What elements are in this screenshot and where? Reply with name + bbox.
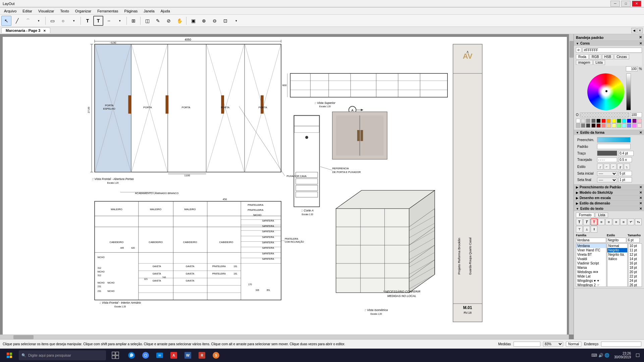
swatch-r5[interactable] bbox=[591, 123, 596, 128]
taskbar-chrome[interactable] bbox=[139, 349, 152, 362]
swatch-r4[interactable] bbox=[586, 123, 590, 128]
opacity-value[interactable] bbox=[630, 112, 642, 117]
h-scrollbar[interactable] bbox=[0, 335, 569, 339]
align-middle[interactable]: ⊥ bbox=[583, 226, 590, 233]
menu-ajuda[interactable]: Ajuda bbox=[158, 8, 173, 14]
swatch-r14[interactable] bbox=[637, 123, 642, 128]
tab-lista[interactable]: Lista bbox=[593, 60, 605, 65]
estilo-dimensao-header[interactable]: ▶ Estilo da dimensão ✕ bbox=[574, 201, 644, 206]
font-webdings[interactable]: Webdings ✉✈ bbox=[576, 270, 606, 274]
tracejado-pattern[interactable]: - - - - bbox=[597, 158, 617, 162]
align-justify[interactable]: ≡ bbox=[620, 219, 627, 225]
swatch-r8[interactable] bbox=[606, 123, 611, 128]
swatch-yellow[interactable] bbox=[612, 119, 616, 123]
zoom-select[interactable]: 83% 100% 50% bbox=[543, 342, 563, 347]
size-24[interactable]: 24 pt bbox=[629, 279, 642, 283]
swatch-white[interactable] bbox=[576, 119, 580, 123]
size-18[interactable]: 18 pt bbox=[629, 265, 642, 270]
swatch-r3[interactable] bbox=[581, 123, 585, 128]
font-style-input[interactable] bbox=[607, 238, 626, 243]
font-size-list[interactable]: 10 pt 11 pt 12 pt 14 pt 16 pt 18 pt 20 p… bbox=[628, 243, 642, 287]
style-icon-5[interactable]: ┐ bbox=[624, 164, 630, 170]
font-widelat[interactable]: Wide Lat bbox=[576, 274, 606, 279]
desenho-escala-header[interactable]: ▶ Desenho em escala ✕ bbox=[574, 195, 644, 200]
zoom-out-tool[interactable]: ⊖ bbox=[210, 16, 220, 26]
size-11[interactable]: 11 pt bbox=[629, 248, 642, 252]
zoom-in-tool[interactable]: ⊕ bbox=[199, 16, 209, 26]
swatch-purple[interactable] bbox=[632, 119, 637, 123]
traco-color[interactable] bbox=[597, 150, 617, 156]
canvas-area[interactable]: 4050 ~0,90 27,00 bbox=[0, 34, 574, 339]
size-26[interactable]: 26 pt bbox=[629, 283, 642, 287]
menu-visualizar[interactable]: Visualizar bbox=[36, 8, 57, 14]
italic-button[interactable]: T bbox=[583, 219, 590, 225]
font-warsa[interactable]: Warsa bbox=[576, 265, 606, 270]
swatch-blue[interactable] bbox=[627, 119, 631, 123]
modelo-sketchup-close[interactable]: ✕ bbox=[639, 191, 642, 194]
style-icon-4[interactable]: ╔ bbox=[617, 164, 623, 170]
desenho-escala-close[interactable]: ✕ bbox=[639, 196, 642, 200]
cores-close[interactable]: ✕ bbox=[639, 42, 642, 45]
swatch-r6[interactable] bbox=[596, 123, 601, 128]
swatch-orange[interactable] bbox=[606, 119, 611, 123]
table-tool[interactable]: ⊞ bbox=[128, 16, 139, 26]
color-wheel[interactable] bbox=[587, 73, 624, 110]
estilo-texto-header[interactable]: ▼ Estilo do texto ✕ bbox=[574, 206, 644, 211]
taskbar-app2[interactable]: R bbox=[195, 349, 209, 362]
style-icon-1[interactable]: ┌ bbox=[597, 164, 603, 170]
swatch-gray[interactable] bbox=[586, 119, 590, 123]
menu-paginas[interactable]: Páginas bbox=[122, 8, 141, 14]
font-style-list[interactable]: Normal Negrito Negrito Itá. Itálico bbox=[607, 243, 628, 287]
color-button[interactable]: T bbox=[591, 219, 597, 225]
menu-ferramentas[interactable]: Ferramentas bbox=[95, 8, 121, 14]
opacity-percentage[interactable] bbox=[626, 66, 638, 71]
font-vineta[interactable]: Vineta BT bbox=[576, 252, 606, 257]
fit-tool[interactable]: ⊡ bbox=[220, 16, 230, 26]
eyedropper-tool[interactable]: ⊘ bbox=[164, 16, 174, 26]
size-14[interactable]: 14 pt bbox=[629, 257, 642, 261]
bold-button[interactable]: T bbox=[576, 219, 583, 225]
swatch-pink[interactable] bbox=[637, 119, 642, 123]
taskbar-edge[interactable] bbox=[125, 349, 138, 362]
seta-final-select[interactable]: ── → bbox=[597, 178, 617, 182]
format-tab[interactable]: Formato bbox=[576, 213, 594, 218]
v-scrollbar[interactable] bbox=[569, 34, 574, 335]
style-icon-2[interactable]: ⌐ bbox=[604, 164, 610, 170]
style-icon-3[interactable]: ⌐ bbox=[610, 164, 616, 170]
font-vladimir[interactable]: Vladimir Script bbox=[576, 261, 606, 265]
traco-value[interactable] bbox=[619, 151, 634, 156]
seta-final-value[interactable] bbox=[619, 177, 632, 182]
font-viner[interactable]: Viner Hand ITC bbox=[576, 248, 606, 252]
swatch-r9[interactable] bbox=[612, 123, 616, 128]
select-tool[interactable]: ↖ bbox=[1, 16, 11, 26]
taskbar-acrobat[interactable]: A bbox=[167, 349, 180, 362]
text2-tool[interactable]: T bbox=[93, 16, 103, 26]
align-top[interactable]: ⊤ bbox=[576, 226, 583, 233]
monitor-tool[interactable]: ▣ bbox=[188, 16, 198, 26]
style-negrito-ita[interactable]: Negrito Itá. bbox=[607, 252, 627, 257]
swatch-r12[interactable] bbox=[627, 123, 631, 128]
modelo-sketchup-header[interactable]: ▶ Modelo do SketchUp ✕ bbox=[574, 190, 644, 195]
size-10[interactable]: 10 pt bbox=[629, 244, 642, 248]
size-22[interactable]: 22 pt bbox=[629, 274, 642, 279]
hand-tool[interactable]: ✋ bbox=[174, 16, 184, 26]
tab-roda[interactable]: Roda bbox=[576, 54, 589, 59]
lista-tab[interactable]: Lista bbox=[595, 213, 608, 218]
menu-editar[interactable]: Editar bbox=[20, 8, 35, 14]
font-family-list[interactable]: Verdana Viner Hand ITC Vineta BT Vivaldi… bbox=[576, 243, 606, 287]
align-bottom[interactable]: ↧ bbox=[591, 226, 597, 233]
color-hex-input[interactable] bbox=[583, 48, 642, 53]
align-center[interactable]: ≡ bbox=[605, 219, 612, 225]
minimize-button[interactable]: ─ bbox=[610, 1, 620, 7]
size-12[interactable]: 12 pt bbox=[629, 252, 642, 257]
font-size-input[interactable] bbox=[627, 238, 640, 243]
text-tool[interactable]: T bbox=[83, 16, 93, 26]
eraser-tool[interactable]: ◫ bbox=[142, 16, 152, 26]
swatch-r13[interactable] bbox=[632, 123, 637, 128]
style-negrito[interactable]: Negrito bbox=[607, 248, 627, 252]
menu-organizar[interactable]: Organizar bbox=[72, 8, 94, 14]
swatch-black[interactable] bbox=[596, 119, 601, 123]
subscript[interactable]: T₂ bbox=[635, 219, 642, 225]
swatch-r11[interactable] bbox=[622, 123, 626, 128]
estilo-texto-close[interactable]: ✕ bbox=[639, 207, 642, 210]
